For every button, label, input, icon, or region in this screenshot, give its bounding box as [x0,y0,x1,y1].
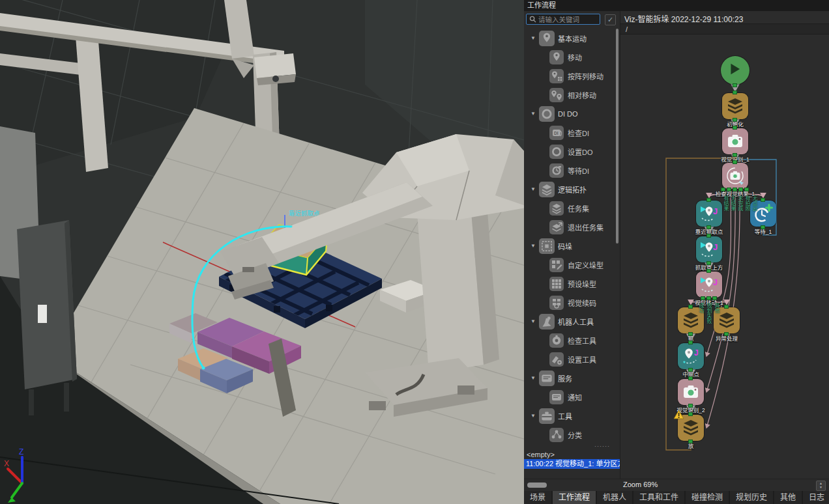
input-port[interactable] [688,376,693,380]
warning-icon [673,410,684,419]
tree-item-3-2[interactable]: 视觉续码 [524,293,615,312]
chevron-down-icon[interactable]: ▼ [531,375,537,381]
3d-viewport[interactable]: 靠近抓取点 抓取点上方 [0,0,524,504]
filter-checkbox[interactable]: ✓ [605,14,616,25]
tree-item-3-0[interactable]: 自定义垛型 [524,255,615,274]
tree-item-6-0[interactable]: 分类 [524,425,615,444]
tree-item-0-2[interactable]: 相对移动 [524,85,615,104]
tree-group-3[interactable]: ▼码垛 [524,236,615,255]
input-port[interactable] [706,269,711,273]
grid-icon [539,238,555,254]
tree-scrollbar[interactable] [616,29,618,244]
tree-item-0-0[interactable]: 移动 [524,48,615,66]
search-input-box[interactable] [526,14,600,25]
camera-icon [722,128,748,154]
tree-item-label: 设置DO [568,147,593,157]
tree-group-label: 逻辑拓扑 [558,184,587,195]
ring-di-icon: DI [549,126,564,140]
layers-icon [549,201,564,216]
input-port[interactable] [733,126,737,130]
tab-7[interactable]: 日志 [803,491,829,504]
tree-item-3-1[interactable]: 预设垛型 [524,274,615,293]
tree-item-label: 自定义垛型 [568,260,604,270]
flowchart-area: Viz-智能拆垛 2022-12-29 11:00:23 / 初始化视觉识别_1… [620,11,829,479]
flow-node-above[interactable]: J抓取点上方 [696,236,722,262]
tree-item-4-0[interactable]: 检查工具 [524,331,615,350]
input-port[interactable] [733,160,737,164]
tree-item-0-1[interactable]: 按阵列移动 [524,66,615,85]
log-line[interactable]: 11:00:22 视觉移动_1: 单分区方形 [524,459,620,469]
tree-item-label: 设置工具 [568,354,596,365]
flow-node-place[interactable]: 放 [678,415,704,441]
flow-node-vision2[interactable]: 视觉识别_2 [678,379,704,405]
input-port[interactable] [688,341,693,344]
tab-5[interactable]: 规划历史 [730,491,773,504]
tree-item-1-0[interactable]: DI检查DI [524,123,615,142]
flow-node-vmove[interactable]: J视觉移动_1 [696,272,722,298]
node-label: 放 [652,441,730,449]
tree-item-label: 相对移动 [568,90,596,100]
flow-node-mid[interactable]: J中间点 [678,343,704,369]
flow-node-vision1[interactable]: 视觉识别_1 [722,128,748,154]
tab-6[interactable]: 其他 [774,491,802,504]
input-port[interactable] [706,198,711,202]
chevron-down-icon[interactable]: ▼ [531,413,537,419]
tree-group-5[interactable]: ▼服务 [524,369,615,387]
output-port[interactable] [733,83,737,87]
node-label: 等待_1 [724,227,802,235]
tab-2[interactable]: 机器人 [597,491,632,504]
tree-group-2[interactable]: ▼逻辑拓扑 [524,180,615,199]
tree-item-label: 视觉续码 [568,298,596,308]
input-port[interactable] [724,305,729,309]
ring-icon [539,106,555,122]
input-port[interactable] [733,91,737,94]
search-input[interactable] [538,16,598,23]
chevron-down-icon[interactable]: ▼ [531,243,537,249]
chevron-down-icon[interactable]: ▼ [531,318,537,324]
chevron-down-icon[interactable]: ▼ [531,186,537,192]
tree-item-5-0[interactable]: 通知 [524,387,615,406]
tab-1[interactable]: 工作流程 [553,491,596,504]
move-icon: J [696,236,722,262]
tree-group-1[interactable]: ▼DI DO [524,104,615,123]
flow-node-approach[interactable]: J靠近抓取点 [696,201,722,227]
tool-gear-icon [549,352,564,367]
chevron-down-icon[interactable]: ▼ [531,111,537,117]
input-port[interactable] [688,412,693,416]
chevron-down-icon[interactable]: ▼ [531,35,537,41]
tree-item-2-0[interactable]: 任务集 [524,199,615,217]
mech-viz-window: 靠近抓取点 抓取点上方 [0,0,829,504]
flowchart-canvas[interactable]: 初始化视觉识别_1检查视觉结果_1J靠近抓取点等待_1J抓取点上方J视觉移动_1… [620,35,829,479]
flow-node-check[interactable]: 检查视觉结果_1 [722,163,748,189]
tab-4[interactable]: 碰撞检测 [686,491,729,504]
bottom-tab-bar: 场景工作流程机器人工具和工件碰撞检测规划历史其他日志 [524,491,829,504]
input-port[interactable] [761,198,765,202]
tree-item-2-1[interactable]: 退出任务集 [524,217,615,236]
tab-0[interactable]: 场景 [524,491,551,504]
tab-3[interactable]: 工具和工件 [633,491,684,504]
card-icon [539,371,555,386]
port-label-check-1: 无结果 [729,195,736,211]
tree-item-label: 移动 [568,52,582,63]
camera-icon [678,379,704,405]
zoom-spinner[interactable]: ▲▼ [816,481,826,491]
step-tree: ▼基本运动移动按阵列移动相对移动▼DI DODI检查DI设置DO等待DI▼逻辑拓… [524,29,615,447]
horizontal-scrollbar[interactable] [527,483,547,488]
horizontal-splitter-handle[interactable]: ······ [594,443,610,449]
flow-node-start[interactable] [721,56,749,85]
tree-item-1-1[interactable]: 设置DO [524,142,615,161]
breadcrumb[interactable]: / [620,23,829,35]
tree-group-0[interactable]: ▼基本运动 [524,29,615,48]
gantry-camera [254,53,296,85]
tree-item-4-1[interactable]: 设置工具 [524,350,615,369]
ring-icon [549,145,564,159]
input-port[interactable] [688,305,693,309]
tree-item-1-2[interactable]: 等待DI [524,161,615,180]
tree-group-4[interactable]: ▼机器人工具 [524,312,615,331]
input-port[interactable] [706,234,711,238]
flow-node-init[interactable]: 初始化 [722,93,748,119]
project-title: Viz-智能拆垛 2022-12-29 11:00:23 [624,13,743,24]
grid-cam-icon [549,296,564,310]
tree-group-6[interactable]: ▼工具 [524,406,615,425]
tree-group-label: 服务 [558,373,572,384]
